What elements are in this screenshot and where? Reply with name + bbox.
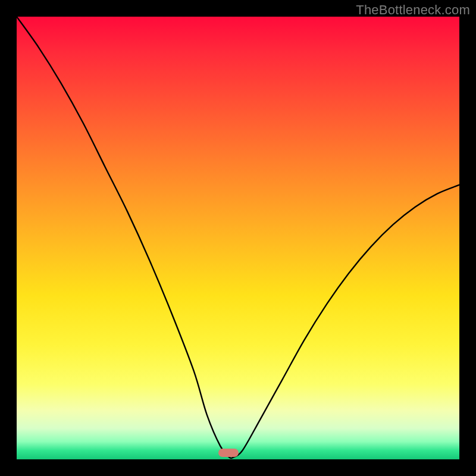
watermark-text: TheBottleneck.com — [356, 2, 470, 18]
curve-path — [17, 17, 459, 458]
chart-frame: TheBottleneck.com — [0, 0, 476, 476]
plot-area — [17, 17, 459, 459]
optimal-marker — [218, 449, 239, 457]
bottleneck-curve — [17, 17, 459, 459]
